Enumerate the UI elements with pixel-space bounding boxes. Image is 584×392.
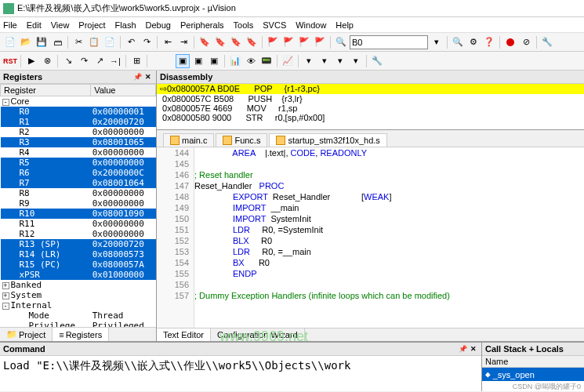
code-line[interactable]: BX R0	[194, 257, 584, 268]
register-row[interactable]: R14 (LR)0x08000573	[1, 249, 156, 260]
register-row[interactable]: PrivilegePrivileged	[1, 321, 156, 327]
editor-tab[interactable]: startup_stm32f10x_hd.s	[269, 133, 386, 147]
bookmark-icon[interactable]: 🔖	[198, 35, 212, 49]
disasm-line[interactable]: 0x0800057E 4669 MOV r1,sp	[157, 103, 584, 113]
collapse-icon[interactable]: -	[2, 99, 9, 106]
code-line[interactable]: ENDP	[194, 268, 584, 279]
menu-view[interactable]: View	[51, 20, 70, 30]
watch-icon[interactable]: 👁	[244, 54, 258, 68]
stop-button[interactable]: ⊗	[40, 54, 54, 68]
cut-icon[interactable]: ✂	[71, 35, 85, 49]
code-line[interactable]: Reset_Handler PROC	[194, 180, 584, 191]
step-in-icon[interactable]: ↘	[61, 54, 75, 68]
bookmark-prev-icon[interactable]: 🔖	[213, 35, 227, 49]
find-icon[interactable]: 🔍	[334, 35, 348, 49]
panel-pin-icon[interactable]: 📌	[458, 344, 467, 354]
run-to-cursor-icon[interactable]: →|	[108, 54, 122, 68]
step-out-icon[interactable]: ↗	[92, 54, 107, 68]
panel-close-icon[interactable]: ✕	[143, 72, 153, 82]
command-output[interactable]: Load "E:\\课件及视频\\嵌入式\\作业\\work5\\Objects…	[0, 356, 481, 391]
bookmark-clear-icon[interactable]: 🔖	[245, 35, 259, 49]
register-row[interactable]: R40x00000000	[1, 147, 156, 158]
register-row[interactable]: R00x00000001	[1, 107, 156, 117]
tab-project[interactable]: 📁 Project	[0, 328, 53, 341]
code-line[interactable]: EXPORT Reset_Handler [WEAK]	[194, 191, 584, 202]
reset-button[interactable]: RST	[3, 54, 17, 68]
redo-icon[interactable]: ↷	[140, 35, 154, 49]
menu-help[interactable]: Help	[336, 20, 354, 30]
code-line[interactable]: IMPORT SystemInit	[194, 213, 584, 224]
register-group[interactable]: +Banked	[1, 280, 156, 290]
register-row[interactable]: R60x2000000C	[1, 168, 156, 178]
menu-peripherals[interactable]: Peripherals	[180, 20, 224, 30]
window2-icon[interactable]: ▣	[191, 54, 205, 68]
code-line[interactable]: IMPORT __main	[194, 202, 584, 213]
tab-registers[interactable]: ≡ Registers	[53, 328, 109, 341]
col-register[interactable]: Register	[1, 85, 91, 96]
window1-icon[interactable]: ▣	[176, 54, 190, 68]
indent-left-icon[interactable]: ⇤	[161, 35, 175, 49]
analyzer-icon[interactable]: 📈	[281, 54, 295, 68]
record-icon[interactable]	[503, 35, 517, 49]
stop-record-icon[interactable]: ⊘	[519, 35, 533, 49]
register-row[interactable]: R120x00000000	[1, 229, 156, 239]
find-next-icon[interactable]: ▾	[430, 35, 444, 49]
disasm-line[interactable]: ⇨0x0800057A BD0E POP {r1-r3,pc}	[157, 84, 584, 94]
view1-icon[interactable]: ▾	[302, 54, 316, 68]
show-icon[interactable]: ⊞	[129, 54, 143, 68]
col-value[interactable]: Value	[91, 85, 156, 96]
save-all-icon[interactable]: 🗃	[50, 35, 64, 49]
menu-edit[interactable]: Edit	[27, 20, 42, 30]
toolbox-icon[interactable]: 🔧	[370, 54, 384, 68]
tab-config-wizard[interactable]: Configuration Wizard	[211, 328, 305, 341]
window3-icon[interactable]: ▣	[207, 54, 221, 68]
flag2-icon[interactable]: 🚩	[281, 35, 296, 49]
expand-icon[interactable]: +	[2, 292, 9, 299]
config-icon[interactable]: ⚙	[466, 35, 481, 49]
tab-text-editor[interactable]: Text Editor	[157, 328, 211, 341]
register-row[interactable]: R13 (SP)0x20000720	[1, 239, 156, 249]
help-icon[interactable]: ❓	[482, 35, 496, 49]
panel-pin-icon[interactable]: 📌	[132, 72, 142, 82]
settings-icon[interactable]: 🔧	[540, 35, 554, 49]
editor-body[interactable]: 1441451461471481491501511521531541551561…	[157, 147, 584, 328]
register-row[interactable]: R70x08001064	[1, 178, 156, 188]
open-icon[interactable]: 📂	[19, 35, 33, 49]
editor-tab[interactable]: main.c	[163, 133, 214, 147]
code-line[interactable]	[194, 279, 584, 290]
disasm-line[interactable]: 0x08000580 9000 STR r0,[sp,#0x00]	[157, 113, 584, 122]
code-line[interactable]: BLX R0	[194, 235, 584, 246]
run-button[interactable]: ▶	[24, 54, 38, 68]
view2-icon[interactable]: ▾	[317, 54, 332, 68]
new-icon[interactable]: 📄	[3, 35, 17, 49]
register-row[interactable]: R20x00000000	[1, 127, 156, 137]
register-row[interactable]: R10x20000720	[1, 117, 156, 127]
register-row[interactable]: R15 (PC)0x0800057A	[1, 260, 156, 270]
view4-icon[interactable]: ▾	[349, 54, 363, 68]
menu-debug[interactable]: Debug	[146, 20, 171, 30]
code-line[interactable]	[194, 158, 584, 169]
step-over-icon[interactable]: ↷	[77, 54, 91, 68]
undo-icon[interactable]: ↶	[124, 35, 138, 49]
indent-right-icon[interactable]: ⇥	[176, 35, 190, 49]
flag3-icon[interactable]: 🚩	[297, 35, 311, 49]
register-row[interactable]: R80x00000000	[1, 188, 156, 198]
serial-icon[interactable]: 📟	[259, 54, 274, 68]
flag-icon[interactable]: 🚩	[266, 35, 280, 49]
menu-file[interactable]: File	[3, 20, 17, 30]
expand-icon[interactable]: -	[2, 303, 9, 310]
paste-icon[interactable]: 📄	[103, 35, 117, 49]
code-line[interactable]: ; Dummy Exception Handlers (infinite loo…	[194, 290, 584, 301]
find-combo[interactable]	[350, 35, 428, 49]
disassembly-view[interactable]: ⇨0x0800057A BD0E POP {r1-r3,pc} 0x080005…	[157, 84, 584, 129]
copy-icon[interactable]: 📋	[87, 35, 101, 49]
code-line[interactable]: ; Reset handler	[194, 169, 584, 180]
code-line[interactable]: LDR R0, =SystemInit	[194, 224, 584, 235]
save-icon[interactable]: 💾	[34, 35, 49, 49]
menu-tools[interactable]: Tools	[234, 20, 254, 30]
register-row[interactable]: R100x08001090	[1, 209, 156, 219]
editor-tab[interactable]: Func.s	[216, 133, 267, 147]
register-row[interactable]: R50x00000000	[1, 158, 156, 168]
expand-icon[interactable]: +	[2, 282, 9, 289]
register-row[interactable]: R90x00000000	[1, 198, 156, 209]
